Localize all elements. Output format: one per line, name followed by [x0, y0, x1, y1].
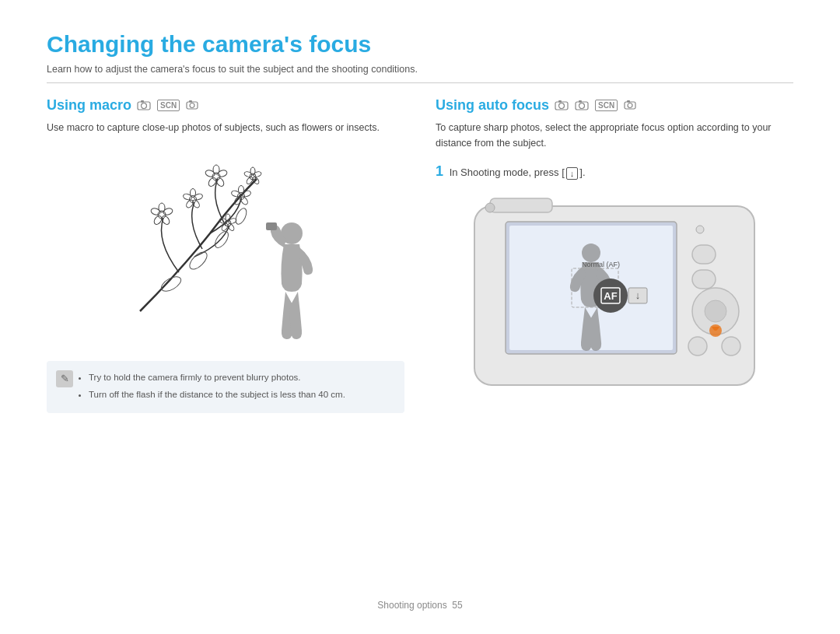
svg-point-69: [696, 226, 704, 233]
step-text: In Shooting mode, press [↓].: [450, 166, 586, 178]
svg-point-52: [579, 103, 585, 108]
step-1: 1 In Shooting mode, press [↓].: [436, 163, 793, 180]
svg-rect-71: [692, 270, 716, 289]
main-content: Using macro SCN Use macro to capture clo…: [47, 97, 793, 413]
svg-point-43: [187, 249, 210, 272]
svg-point-42: [159, 274, 183, 294]
autofocus-section-title: Using auto focus SCN: [436, 97, 793, 114]
focus-button-icon: ↓: [566, 167, 579, 180]
tip-list: Try to hold the camera firmly to prevent…: [81, 370, 392, 402]
svg-rect-56: [627, 100, 630, 103]
svg-rect-58: [490, 198, 552, 212]
af-icon3: SCN: [595, 100, 618, 111]
af-icon1: [555, 100, 569, 112]
tip-box: ✎ Try to hold the camera firmly to preve…: [47, 361, 404, 413]
svg-point-77: [485, 203, 495, 212]
svg-point-44: [212, 229, 231, 250]
af-icon4: [624, 100, 636, 112]
page-subtitle: Learn how to adjust the camera's focus t…: [47, 64, 793, 83]
macro-icon1: [137, 100, 151, 112]
svg-point-74: [709, 324, 722, 337]
svg-point-76: [722, 337, 740, 356]
svg-rect-5: [189, 100, 192, 103]
svg-point-49: [559, 103, 565, 108]
svg-rect-2: [141, 100, 144, 103]
svg-point-61: [582, 243, 600, 262]
step-number: 1: [436, 163, 443, 180]
macro-illustration: [47, 148, 404, 350]
autofocus-section: Using auto focus SCN To capture sharp ph…: [436, 97, 793, 413]
page-footer: Shooting options 55: [0, 600, 840, 611]
svg-point-1: [142, 103, 147, 108]
camera-illustration: Normal (AF) AF ↓: [436, 191, 793, 393]
macro-icon2: SCN: [157, 100, 180, 111]
macro-section-title: Using macro SCN: [47, 97, 404, 114]
tip-item-1: Try to hold the camera firmly to prevent…: [89, 370, 392, 386]
tip-icon: ✎: [56, 370, 73, 387]
svg-rect-50: [558, 100, 562, 103]
footer-text: Shooting options: [377, 600, 446, 611]
macro-description: Use macro to capture close-up photos of …: [47, 120, 404, 135]
footer-page-number: 55: [452, 600, 462, 611]
tip-item-2: Turn off the flash if the distance to th…: [89, 387, 392, 403]
svg-text:Normal (AF): Normal (AF): [582, 261, 620, 268]
svg-point-33: [227, 222, 236, 232]
svg-rect-53: [579, 100, 582, 103]
page-title: Changing the camera's focus: [47, 31, 793, 58]
macro-section: Using macro SCN Use macro to capture clo…: [47, 97, 404, 413]
svg-text:↓: ↓: [635, 289, 641, 301]
svg-point-45: [233, 207, 248, 226]
svg-point-4: [190, 103, 194, 107]
svg-point-75: [688, 337, 707, 356]
autofocus-description: To capture sharp photos, select the appr…: [436, 120, 793, 151]
svg-text:AF: AF: [604, 290, 617, 302]
svg-rect-70: [692, 245, 716, 264]
svg-point-14: [194, 193, 204, 201]
svg-point-17: [183, 193, 193, 201]
svg-point-73: [705, 300, 726, 322]
svg-rect-47: [266, 222, 277, 230]
svg-point-55: [628, 103, 632, 107]
af-icon2: [575, 100, 589, 112]
macro-icon3: [186, 100, 198, 112]
svg-point-21: [215, 177, 226, 187]
